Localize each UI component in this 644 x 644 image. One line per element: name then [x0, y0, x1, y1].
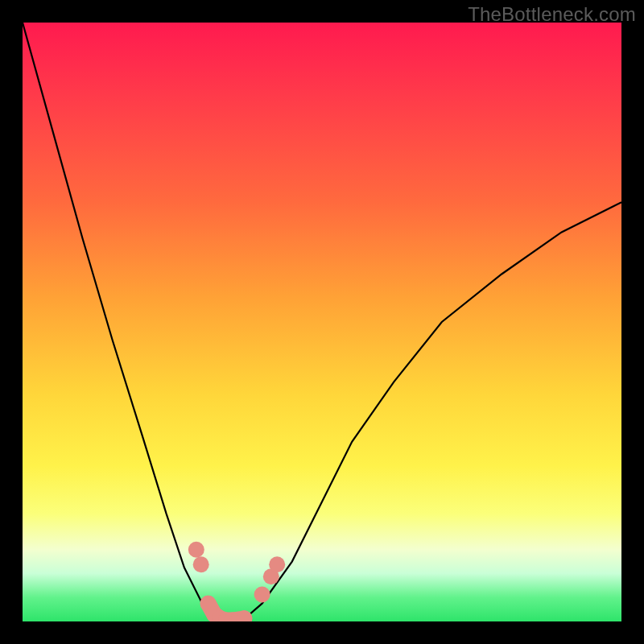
highlight-markers	[23, 23, 621, 621]
watermark-text: TheBottleneck.com	[468, 3, 636, 26]
marker-dot	[269, 556, 285, 572]
marker-dot	[188, 542, 204, 558]
marker-dot	[193, 556, 209, 572]
marker-dot	[254, 587, 270, 603]
chart-frame: TheBottleneck.com	[0, 0, 644, 644]
plot-area	[23, 23, 621, 621]
